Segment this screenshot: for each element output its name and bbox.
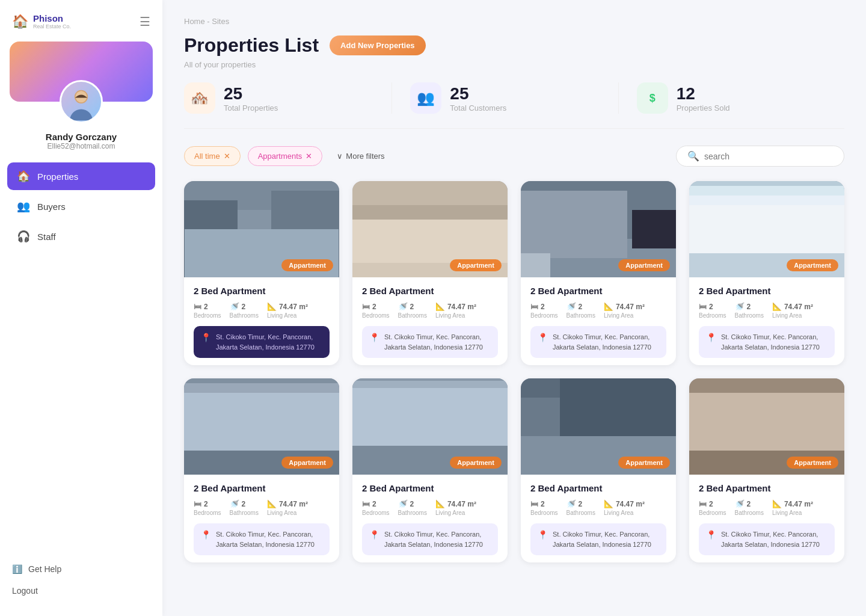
bath-icon: 🚿 bbox=[567, 302, 576, 311]
bathrooms-label: Bathrooms bbox=[567, 312, 595, 319]
area-icon: 📐 bbox=[772, 499, 782, 508]
property-name: 2 Bed Apartment bbox=[699, 286, 835, 296]
spec-bedrooms-value: 🛏 2 bbox=[194, 302, 208, 311]
spec-area: 📐 74.47 m² Living Area bbox=[435, 302, 476, 319]
sidebar-item-buyers[interactable]: 👥 Buyers bbox=[7, 192, 155, 220]
breadcrumb: Home - Sites bbox=[184, 17, 844, 26]
property-location: 📍 St. Cikoko Timur, Kec. Pancoran, Jakar… bbox=[530, 523, 666, 555]
location-pin-icon: 📍 bbox=[538, 530, 548, 540]
sidebar-item-properties[interactable]: 🏠 Properties bbox=[7, 162, 155, 190]
page-subtitle: All of your properties bbox=[184, 60, 844, 69]
bath-icon: 🚿 bbox=[398, 499, 408, 508]
spec-area: 📐 74.47 m² Living Area bbox=[267, 302, 308, 319]
sidebar-item-staff[interactable]: 🎧 Staff bbox=[7, 223, 155, 250]
property-card[interactable]: Appartment 2 Bed Apartment 🛏 2 Bedrooms … bbox=[689, 378, 844, 562]
filter-type-label: Appartments bbox=[258, 152, 302, 161]
area-icon: 📐 bbox=[604, 499, 613, 508]
property-card-body: 2 Bed Apartment 🛏 2 Bedrooms 🚿 2 Bathroo… bbox=[521, 475, 676, 562]
chevron-down-icon: ∨ bbox=[337, 152, 343, 161]
stat-properties-icon: 🏘️ bbox=[184, 82, 215, 114]
bath-icon: 🚿 bbox=[398, 302, 408, 311]
property-location: 📍 St. Cikoko Timur, Kec. Pancoran, Jakar… bbox=[194, 326, 330, 358]
area-icon: 📐 bbox=[267, 499, 277, 508]
bedrooms-label: Bedrooms bbox=[362, 510, 390, 516]
property-name: 2 Bed Apartment bbox=[530, 483, 666, 493]
property-card[interactable]: Appartment 2 Bed Apartment 🛏 2 Bedrooms … bbox=[689, 181, 844, 365]
bathrooms-label: Bathrooms bbox=[567, 510, 595, 516]
bedrooms-label: Bedrooms bbox=[194, 510, 221, 516]
property-badge: Appartment bbox=[281, 259, 333, 271]
bath-icon: 🚿 bbox=[735, 499, 745, 508]
property-card[interactable]: Appartment 2 Bed Apartment 🛏 2 Bedrooms … bbox=[521, 181, 676, 365]
svg-rect-32 bbox=[560, 378, 676, 436]
spec-area-value: 📐 74.47 m² bbox=[435, 499, 476, 508]
bedrooms-label: Bedrooms bbox=[530, 510, 558, 516]
filter-apartments[interactable]: Appartments ✕ bbox=[248, 146, 323, 166]
bath-icon: 🚿 bbox=[230, 499, 239, 508]
filter-more-button[interactable]: ∨ More filters bbox=[330, 147, 392, 165]
property-image-wrap: Appartment bbox=[521, 378, 676, 475]
search-input[interactable] bbox=[704, 152, 833, 161]
spec-bathrooms: 🚿 2 Bathrooms bbox=[398, 302, 427, 319]
user-info: Randy Gorczany Ellie52@hotmail.com bbox=[0, 132, 162, 158]
spec-area: 📐 74.47 m² Living Area bbox=[604, 499, 645, 516]
property-card[interactable]: Appartment 2 Bed Apartment 🛏 2 Bedrooms … bbox=[352, 378, 508, 562]
add-properties-button[interactable]: Add New Properties bbox=[330, 35, 426, 55]
bathrooms-label: Bathrooms bbox=[735, 312, 764, 319]
area-label: Living Area bbox=[604, 510, 633, 516]
svg-rect-36 bbox=[689, 393, 844, 455]
filter-time-close[interactable]: ✕ bbox=[224, 152, 230, 161]
location-pin-icon: 📍 bbox=[369, 530, 379, 540]
area-icon: 📐 bbox=[604, 302, 613, 311]
logout-button[interactable]: Logout bbox=[12, 580, 150, 602]
page-header: Properties List Add New Properties bbox=[184, 34, 844, 57]
get-help-button[interactable]: ℹ️ Get Help bbox=[12, 558, 150, 580]
property-name: 2 Bed Apartment bbox=[699, 483, 835, 493]
spec-bedrooms: 🛏 2 Bedrooms bbox=[530, 302, 558, 319]
area-label: Living Area bbox=[267, 510, 296, 516]
property-location: 📍 St. Cikoko Timur, Kec. Pancoran, Jakar… bbox=[362, 326, 498, 358]
property-location: 📍 St. Cikoko Timur, Kec. Pancoran, Jakar… bbox=[699, 523, 835, 555]
spec-bathrooms-value: 🚿 2 bbox=[230, 302, 246, 311]
stat-customers-label: Total Customers bbox=[450, 103, 506, 112]
spec-area-value: 📐 74.47 m² bbox=[772, 302, 813, 311]
bed-icon: 🛏 bbox=[362, 302, 370, 311]
main-content: Home - Sites Properties List Add New Pro… bbox=[162, 0, 866, 616]
property-specs: 🛏 2 Bedrooms 🚿 2 Bathrooms 📐 74.47 m² bbox=[530, 302, 666, 319]
area-label: Living Area bbox=[772, 510, 802, 516]
filters-row: All time ✕ Appartments ✕ ∨ More filters … bbox=[184, 146, 844, 167]
spec-area: 📐 74.47 m² Living Area bbox=[772, 302, 813, 319]
property-image-wrap: Appartment bbox=[352, 181, 508, 277]
property-card[interactable]: Appartment 2 Bed Apartment 🛏 2 Bedrooms … bbox=[184, 181, 339, 365]
spec-area: 📐 74.47 m² Living Area bbox=[435, 499, 476, 516]
spec-bedrooms-value: 🛏 2 bbox=[699, 499, 713, 508]
area-label: Living Area bbox=[772, 312, 802, 319]
avatar bbox=[60, 80, 103, 123]
property-card[interactable]: Appartment 2 Bed Apartment 🛏 2 Bedrooms … bbox=[352, 181, 508, 365]
property-card[interactable]: Appartment 2 Bed Apartment 🛏 2 Bedrooms … bbox=[184, 378, 339, 562]
filter-type-close[interactable]: ✕ bbox=[306, 152, 312, 161]
spec-bathrooms-value: 🚿 2 bbox=[567, 302, 583, 311]
svg-rect-15 bbox=[632, 210, 676, 248]
sidebar-bottom: ℹ️ Get Help Logout bbox=[0, 551, 162, 616]
location-text: St. Cikoko Timur, Kec. Pancoran, Jakarta… bbox=[384, 332, 491, 352]
hamburger-icon[interactable]: ☰ bbox=[140, 14, 150, 29]
spec-bathrooms: 🚿 2 Bathrooms bbox=[230, 302, 259, 319]
location-text: St. Cikoko Timur, Kec. Pancoran, Jakarta… bbox=[553, 529, 659, 549]
spec-area-value: 📐 74.47 m² bbox=[435, 302, 476, 311]
filter-all-time[interactable]: All time ✕ bbox=[184, 146, 241, 166]
property-card[interactable]: Appartment 2 Bed Apartment 🛏 2 Bedrooms … bbox=[521, 378, 676, 562]
svg-rect-16 bbox=[521, 253, 550, 277]
sidebar-header: 🏠 Phison Real Estate Co. ☰ bbox=[0, 0, 162, 35]
sidebar-logo: 🏠 Phison Real Estate Co. bbox=[12, 13, 71, 29]
spec-bedrooms-value: 🛏 2 bbox=[530, 499, 545, 508]
spec-bathrooms: 🚿 2 Bathrooms bbox=[398, 499, 427, 516]
property-image-wrap: Appartment bbox=[352, 378, 508, 475]
property-badge: Appartment bbox=[450, 457, 502, 469]
area-label: Living Area bbox=[435, 510, 465, 516]
stat-customers-number: 25 bbox=[450, 84, 506, 103]
sidebar-item-label: Staff bbox=[37, 232, 56, 242]
spec-bedrooms: 🛏 2 Bedrooms bbox=[699, 302, 726, 319]
help-icon: ℹ️ bbox=[12, 564, 22, 574]
property-image-wrap: Appartment bbox=[689, 181, 844, 277]
